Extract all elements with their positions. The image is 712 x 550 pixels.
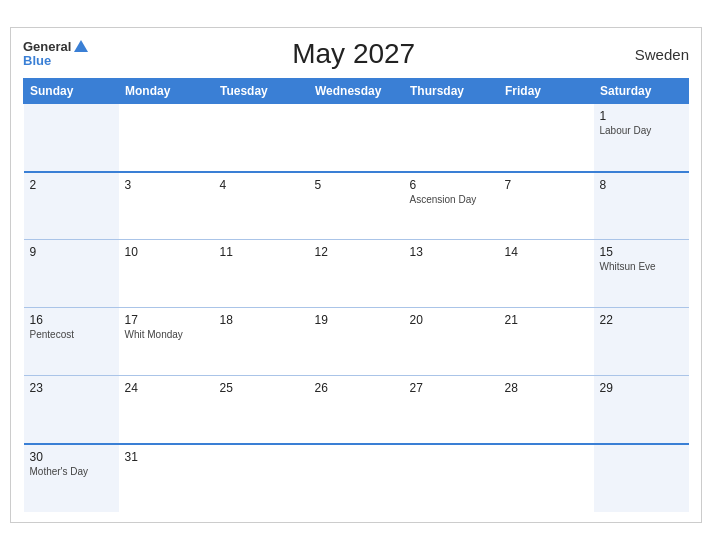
calendar-cell: 5 bbox=[309, 172, 404, 240]
calendar-cell: 8 bbox=[594, 172, 689, 240]
calendar-cell bbox=[404, 104, 499, 172]
calendar-cell: 9 bbox=[24, 240, 119, 308]
calendar-cell bbox=[309, 104, 404, 172]
weekday-header-saturday: Saturday bbox=[594, 79, 689, 104]
calendar-cell: 24 bbox=[119, 376, 214, 444]
day-number: 21 bbox=[505, 313, 588, 327]
day-number: 29 bbox=[600, 381, 683, 395]
weekday-header-tuesday: Tuesday bbox=[214, 79, 309, 104]
calendar-cell: 25 bbox=[214, 376, 309, 444]
logo-blue-text: Blue bbox=[23, 54, 88, 68]
calendar-cell bbox=[24, 104, 119, 172]
calendar-cell: 7 bbox=[499, 172, 594, 240]
calendar-week-row: 23242526272829 bbox=[24, 376, 689, 444]
weekday-header-monday: Monday bbox=[119, 79, 214, 104]
month-title: May 2027 bbox=[88, 38, 619, 70]
calendar-cell: 16Pentecost bbox=[24, 308, 119, 376]
calendar-week-row: 1Labour Day bbox=[24, 104, 689, 172]
country-label: Sweden bbox=[619, 46, 689, 63]
calendar-cell bbox=[594, 444, 689, 512]
day-number: 22 bbox=[600, 313, 683, 327]
holiday-label: Whit Monday bbox=[125, 329, 208, 340]
day-number: 1 bbox=[600, 109, 683, 123]
logo-general-text: General bbox=[23, 40, 88, 54]
day-number: 16 bbox=[30, 313, 113, 327]
calendar-week-row: 30Mother's Day31 bbox=[24, 444, 689, 512]
day-number: 19 bbox=[315, 313, 398, 327]
holiday-label: Mother's Day bbox=[30, 466, 113, 477]
day-number: 9 bbox=[30, 245, 113, 259]
calendar-cell: 6Ascension Day bbox=[404, 172, 499, 240]
calendar-cell bbox=[119, 104, 214, 172]
calendar-cell: 1Labour Day bbox=[594, 104, 689, 172]
calendar-week-row: 16Pentecost17Whit Monday1819202122 bbox=[24, 308, 689, 376]
calendar-cell bbox=[309, 444, 404, 512]
weekday-header-row: SundayMondayTuesdayWednesdayThursdayFrid… bbox=[24, 79, 689, 104]
calendar-week-row: 23456Ascension Day78 bbox=[24, 172, 689, 240]
weekday-header-wednesday: Wednesday bbox=[309, 79, 404, 104]
calendar-cell: 29 bbox=[594, 376, 689, 444]
logo: General Blue bbox=[23, 40, 88, 69]
calendar-cell bbox=[214, 444, 309, 512]
weekday-header-thursday: Thursday bbox=[404, 79, 499, 104]
calendar-cell: 2 bbox=[24, 172, 119, 240]
day-number: 2 bbox=[30, 178, 113, 192]
weekday-header-sunday: Sunday bbox=[24, 79, 119, 104]
day-number: 20 bbox=[410, 313, 493, 327]
day-number: 10 bbox=[125, 245, 208, 259]
day-number: 11 bbox=[220, 245, 303, 259]
logo-triangle-icon bbox=[74, 40, 88, 52]
day-number: 3 bbox=[125, 178, 208, 192]
calendar-cell: 3 bbox=[119, 172, 214, 240]
calendar-cell: 31 bbox=[119, 444, 214, 512]
calendar-cell: 19 bbox=[309, 308, 404, 376]
holiday-label: Pentecost bbox=[30, 329, 113, 340]
calendar-header: General Blue May 2027 Sweden bbox=[23, 38, 689, 70]
day-number: 15 bbox=[600, 245, 683, 259]
calendar-cell: 11 bbox=[214, 240, 309, 308]
calendar-cell: 4 bbox=[214, 172, 309, 240]
calendar-container: General Blue May 2027 Sweden SundayMonda… bbox=[10, 27, 702, 523]
day-number: 7 bbox=[505, 178, 588, 192]
calendar-cell: 12 bbox=[309, 240, 404, 308]
calendar-cell: 30Mother's Day bbox=[24, 444, 119, 512]
calendar-cell: 22 bbox=[594, 308, 689, 376]
day-number: 28 bbox=[505, 381, 588, 395]
calendar-cell bbox=[499, 444, 594, 512]
calendar-cell: 23 bbox=[24, 376, 119, 444]
calendar-cell: 21 bbox=[499, 308, 594, 376]
calendar-cell: 10 bbox=[119, 240, 214, 308]
day-number: 12 bbox=[315, 245, 398, 259]
day-number: 25 bbox=[220, 381, 303, 395]
day-number: 27 bbox=[410, 381, 493, 395]
weekday-header-friday: Friday bbox=[499, 79, 594, 104]
day-number: 13 bbox=[410, 245, 493, 259]
holiday-label: Whitsun Eve bbox=[600, 261, 683, 272]
day-number: 17 bbox=[125, 313, 208, 327]
calendar-cell: 20 bbox=[404, 308, 499, 376]
calendar-cell: 13 bbox=[404, 240, 499, 308]
calendar-cell bbox=[499, 104, 594, 172]
calendar-cell: 26 bbox=[309, 376, 404, 444]
calendar-cell: 14 bbox=[499, 240, 594, 308]
calendar-cell bbox=[214, 104, 309, 172]
day-number: 18 bbox=[220, 313, 303, 327]
calendar-cell: 18 bbox=[214, 308, 309, 376]
day-number: 8 bbox=[600, 178, 683, 192]
calendar-week-row: 9101112131415Whitsun Eve bbox=[24, 240, 689, 308]
day-number: 30 bbox=[30, 450, 113, 464]
calendar-cell: 28 bbox=[499, 376, 594, 444]
day-number: 23 bbox=[30, 381, 113, 395]
day-number: 24 bbox=[125, 381, 208, 395]
calendar-table: SundayMondayTuesdayWednesdayThursdayFrid… bbox=[23, 78, 689, 512]
calendar-cell: 15Whitsun Eve bbox=[594, 240, 689, 308]
calendar-cell: 17Whit Monday bbox=[119, 308, 214, 376]
day-number: 14 bbox=[505, 245, 588, 259]
day-number: 26 bbox=[315, 381, 398, 395]
holiday-label: Ascension Day bbox=[410, 194, 493, 205]
calendar-cell bbox=[404, 444, 499, 512]
holiday-label: Labour Day bbox=[600, 125, 683, 136]
day-number: 5 bbox=[315, 178, 398, 192]
day-number: 4 bbox=[220, 178, 303, 192]
day-number: 31 bbox=[125, 450, 208, 464]
